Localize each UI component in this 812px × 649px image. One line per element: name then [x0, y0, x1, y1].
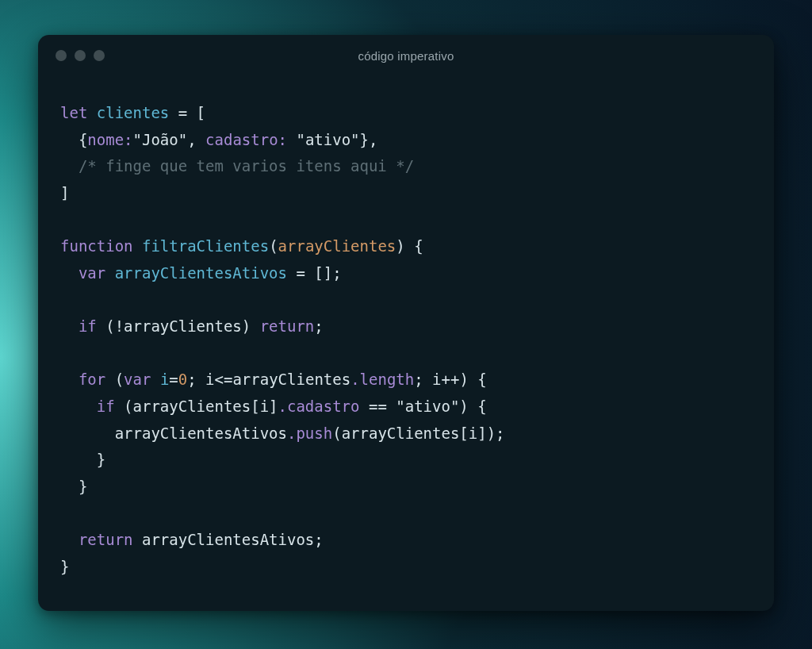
- tok-punct: arrayClientesAtivos: [60, 424, 287, 442]
- tok-punct: }: [60, 478, 87, 495]
- tok-keyword: let: [60, 104, 87, 121]
- tok-string: "João": [133, 131, 188, 148]
- backdrop: código imperativo let clientes = [ {nome…: [0, 0, 812, 649]
- tok-prop: .push: [287, 424, 332, 442]
- tok-punct: =: [169, 371, 178, 388]
- tok-punct: ; i++) {: [414, 371, 487, 388]
- tok-punct: ) {: [459, 397, 486, 415]
- tok-punct: }: [60, 558, 69, 575]
- tok-keyword: if: [60, 317, 97, 335]
- traffic-lights: [56, 50, 105, 61]
- tok-punct: ;: [314, 317, 323, 335]
- tok-prop: nome:: [87, 131, 132, 148]
- tok-ident: i: [160, 371, 169, 388]
- code-block: let clientes = [ {nome:"João", cadastro:…: [60, 100, 752, 580]
- tok-punct: (arrayClientes[i]);: [332, 424, 504, 442]
- tok-keyword: return: [60, 531, 133, 548]
- tok-string: "ativo": [296, 131, 359, 148]
- tok-punct: ) {: [396, 237, 423, 255]
- tok-punct: = [: [169, 104, 205, 121]
- code-area: let clientes = [ {nome:"João", cadastro:…: [38, 76, 774, 611]
- tok-punct: }: [60, 451, 105, 468]
- tok-number: 0: [178, 371, 187, 388]
- maximize-icon[interactable]: [94, 50, 105, 61]
- tok-comment: /* finge que tem varios itens aqui */: [60, 157, 414, 175]
- tok-punct: (arrayClientes[i]: [115, 397, 278, 415]
- tok-keyword: if: [60, 397, 115, 415]
- tok-punct: = [];: [287, 264, 342, 282]
- tok-keyword: function: [60, 237, 133, 255]
- titlebar: código imperativo: [38, 35, 774, 76]
- tok-prop: .cadastro: [278, 397, 360, 415]
- tok-keyword: var: [124, 371, 151, 388]
- tok-punct: {: [60, 131, 87, 148]
- tok-punct: (: [105, 371, 124, 388]
- tok-punct: ; i<=arrayClientes: [187, 371, 350, 388]
- tok-space: [151, 371, 159, 388]
- minimize-icon[interactable]: [75, 50, 86, 61]
- tok-punct: (: [269, 237, 278, 255]
- tok-keyword: var: [60, 264, 105, 282]
- tok-punct: },: [360, 131, 378, 148]
- tok-ident: filtraClientes: [142, 237, 269, 255]
- tok-keyword: for: [60, 371, 105, 388]
- tok-space: [287, 131, 296, 148]
- tok-prop: cadastro:: [205, 131, 287, 148]
- close-icon[interactable]: [56, 50, 67, 61]
- tok-punct: (!arrayClientes): [97, 317, 260, 335]
- window-title: código imperativo: [358, 49, 454, 63]
- tok-prop: .length: [350, 371, 414, 388]
- tok-space: [105, 264, 114, 282]
- tok-punct: ,: [187, 131, 205, 148]
- tok-string: "ativo": [396, 397, 459, 415]
- tok-ident: clientes: [97, 104, 170, 121]
- tok-punct: ]: [60, 184, 69, 202]
- tok-keyword: return: [260, 317, 315, 335]
- tok-punct: arrayClientesAtivos;: [133, 531, 324, 548]
- tok-space: [133, 237, 142, 255]
- tok-punct: ==: [360, 397, 396, 415]
- tok-param: arrayClientes: [278, 237, 396, 255]
- tok-ident: arrayClientesAtivos: [115, 264, 287, 282]
- code-window: código imperativo let clientes = [ {nome…: [38, 35, 774, 611]
